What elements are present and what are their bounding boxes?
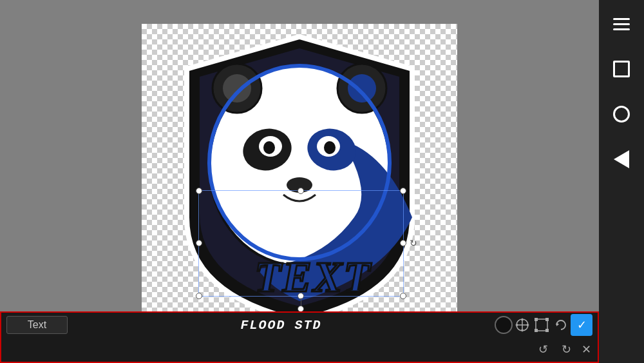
canvas-wrapper: TEXT ↻ xyxy=(142,24,457,327)
toolbar-row1: Text FLOOD STD xyxy=(1,313,598,337)
back-button[interactable] xyxy=(605,143,638,175)
color-picker-circle[interactable] xyxy=(495,316,513,334)
redo-button[interactable]: ↻ xyxy=(556,340,576,359)
svg-marker-27 xyxy=(556,322,559,326)
svg-point-2 xyxy=(223,74,251,103)
layers-button[interactable] xyxy=(605,53,638,85)
rotate-icon-btn[interactable] xyxy=(551,315,571,335)
main-canvas-area: TEXT ↻ Text FLOOD xyxy=(0,0,599,363)
toolbar-row2: ↺ ↻ ✕ xyxy=(1,337,598,362)
font-name-display: FLOOD STD xyxy=(68,318,495,333)
svg-rect-24 xyxy=(545,318,549,321)
move-icon-btn[interactable] xyxy=(513,315,532,335)
text-label-box[interactable]: Text xyxy=(6,316,68,334)
hamburger-icon xyxy=(613,18,630,30)
svg-rect-25 xyxy=(535,329,538,332)
svg-text:TEXT: TEXT xyxy=(254,252,372,301)
confirm-button[interactable]: ✓ xyxy=(571,314,592,336)
shapes-button[interactable] xyxy=(605,98,638,130)
square-icon xyxy=(613,61,630,77)
undo-button[interactable]: ↺ xyxy=(533,340,553,359)
svg-rect-23 xyxy=(535,318,538,321)
svg-point-11 xyxy=(287,177,312,193)
svg-point-10 xyxy=(324,141,336,154)
transform-icon-btn[interactable] xyxy=(532,315,551,335)
close-button[interactable]: ✕ xyxy=(580,343,592,356)
svg-point-4 xyxy=(348,74,376,103)
menu-button[interactable] xyxy=(605,8,638,40)
svg-rect-26 xyxy=(545,329,549,332)
text-label: Text xyxy=(28,319,46,330)
back-triangle-icon xyxy=(614,150,629,168)
undo-icon: ↺ xyxy=(538,342,548,357)
close-icon: ✕ xyxy=(582,342,591,357)
panda-logo: TEXT xyxy=(142,24,457,327)
circle-icon xyxy=(613,106,630,123)
bottom-toolbar: Text FLOOD STD xyxy=(0,311,599,363)
redo-icon: ↻ xyxy=(562,342,571,357)
svg-point-9 xyxy=(263,141,275,154)
right-sidebar xyxy=(599,0,644,363)
check-icon: ✓ xyxy=(577,318,587,332)
